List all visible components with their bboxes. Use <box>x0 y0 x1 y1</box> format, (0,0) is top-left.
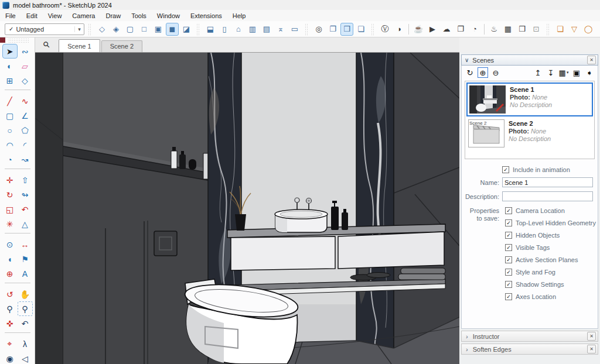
dome-light-icon[interactable]: ▽ <box>568 23 581 36</box>
camera-location-checkbox[interactable]: ✓ <box>505 207 512 214</box>
offset-tool[interactable]: ↶ <box>18 202 33 217</box>
eraser-tool[interactable]: ▱ <box>18 59 33 73</box>
look-at-target-icon[interactable]: ◎ <box>312 23 325 36</box>
axes-location-checkbox[interactable]: ✓ <box>505 293 512 300</box>
add-scene-button[interactable]: ⊕ <box>478 67 488 78</box>
toolbar-grip[interactable] <box>371 23 375 35</box>
remove-scene-button[interactable]: ⊖ <box>490 67 501 78</box>
soften-edges-panel-header[interactable]: › Soften Edges ✕ <box>461 344 598 355</box>
include-in-animation-checkbox[interactable]: ✓ <box>502 166 509 173</box>
cabinet-icon[interactable]: ▤ <box>260 23 273 36</box>
component-view-icon[interactable]: ❐ <box>326 23 339 36</box>
flush-plate[interactable] <box>154 231 177 256</box>
menu-edit[interactable]: Edit <box>21 11 43 20</box>
vray-vision-icon[interactable]: ♨ <box>488 23 500 36</box>
intersect-tool[interactable]: ✳ <box>2 217 18 231</box>
visible-tags-checkbox[interactable]: ✓ <box>505 244 512 251</box>
menu-draw[interactable]: Draw <box>100 11 126 20</box>
toolbar-grip[interactable] <box>305 23 309 35</box>
frame-icon[interactable]: ▭ <box>288 23 301 36</box>
xray-style-icon[interactable]: ◇ <box>96 23 108 36</box>
freehand-tool[interactable]: ∿ <box>18 94 33 108</box>
push-pull-tool[interactable]: ⇧ <box>18 173 33 187</box>
menu-camera[interactable]: Camera <box>67 11 100 20</box>
open-box-icon[interactable]: ⬓ <box>204 23 217 36</box>
wireframe-style-icon[interactable]: ▢ <box>124 23 137 36</box>
bezier-tool[interactable]: ↝ <box>18 152 33 167</box>
tag-filter-dropdown[interactable]: ✓ Untagged ▾ <box>5 23 84 35</box>
toolbar-grip[interactable] <box>546 23 550 35</box>
scenes-panel-header[interactable]: ∨ Scenes ✕ <box>461 54 598 66</box>
left-wall[interactable] <box>35 53 208 364</box>
shaded-style-icon[interactable]: ▣ <box>152 23 165 36</box>
instructor-panel-header[interactable]: › Instructor ✕ <box>461 331 598 342</box>
vfb-window-icon[interactable]: ▦ <box>502 23 514 36</box>
rect-light-icon[interactable]: ❏ <box>554 23 567 36</box>
interactive-render-icon[interactable]: ◔ <box>468 23 481 36</box>
shadow-settings-checkbox[interactable]: ✓ <box>505 281 512 288</box>
lasso-tool[interactable]: ∾ <box>18 44 33 59</box>
rotate-tool[interactable]: ↻ <box>2 187 18 202</box>
top-level-hidden-geometry-checkbox[interactable]: ✓ <box>505 219 512 226</box>
menu-tools[interactable]: Tools <box>126 11 152 20</box>
move-scene-down-button[interactable]: ↧ <box>546 67 556 78</box>
zoom-previous-tool[interactable]: ↶ <box>18 316 33 331</box>
close-icon[interactable]: ✕ <box>587 345 596 353</box>
show-details-button[interactable]: ▣ <box>571 67 582 78</box>
palette-grip[interactable] <box>8 38 30 43</box>
hidden-objects-checkbox[interactable]: ✓ <box>505 232 512 239</box>
asset-editor-icon[interactable]: ◑ <box>393 23 405 36</box>
menu-window[interactable]: Window <box>152 11 185 20</box>
make-component-tool[interactable]: ⊞ <box>2 73 18 88</box>
move-tool[interactable]: ✛ <box>2 173 18 187</box>
view-options-button[interactable]: ▦▾ <box>558 67 569 78</box>
follow-me-tool[interactable]: ↬ <box>18 187 33 202</box>
3d-viewport[interactable] <box>35 53 459 364</box>
polygon-tool[interactable]: ⬠ <box>18 123 33 138</box>
right-wall[interactable] <box>394 53 459 364</box>
hidden-line-style-icon[interactable]: □ <box>138 23 151 36</box>
render-icon[interactable]: ☕ <box>412 23 425 36</box>
toolbar-grip[interactable] <box>88 23 92 35</box>
sphere-light-icon[interactable]: ◯ <box>582 23 595 36</box>
rotated-rectangle-tool[interactable]: ∠ <box>18 108 33 123</box>
scene-name-input[interactable] <box>502 177 593 187</box>
component-solid-icon[interactable]: ❏ <box>354 23 367 36</box>
zoom-tool[interactable]: ⚲ <box>2 301 18 316</box>
batch-render-icon[interactable]: ❒ <box>516 23 529 36</box>
marble-panel-right[interactable] <box>356 53 394 348</box>
3d-text-tool[interactable]: A <box>18 266 33 281</box>
lock-icon[interactable]: ⊡ <box>530 23 543 36</box>
three-point-arc-tool[interactable]: ◜ <box>18 138 33 152</box>
style-and-fog-checkbox[interactable]: ✓ <box>505 269 512 276</box>
roof-icon[interactable]: ⌅ <box>274 23 287 36</box>
vray-logo-icon[interactable]: Ⓥ <box>379 23 391 36</box>
vessel-sink[interactable] <box>275 210 328 232</box>
move-scene-up-button[interactable]: ↥ <box>533 67 543 78</box>
chaos-cloud-icon[interactable]: ☁ <box>440 23 453 36</box>
menu-help[interactable]: Help <box>227 11 251 20</box>
dimension-tool[interactable]: ↔ <box>18 237 33 252</box>
walk-tool[interactable]: λ <box>18 336 33 351</box>
scene-description-input[interactable] <box>502 191 593 201</box>
monochrome-style-icon[interactable]: ◪ <box>180 23 193 36</box>
orbit-tool[interactable]: ↺ <box>2 287 18 301</box>
text-tool[interactable]: ⚑ <box>18 252 33 266</box>
door-panel-icon[interactable]: ▯ <box>218 23 231 36</box>
update-scene-button[interactable]: ↻ <box>465 67 475 78</box>
render-last-icon[interactable]: ▶ <box>426 23 439 36</box>
scene-tab-1[interactable]: Scene 1 <box>59 39 100 52</box>
back-edges-style-icon[interactable]: ◈ <box>110 23 122 36</box>
close-icon[interactable]: ✕ <box>587 56 596 64</box>
close-icon[interactable]: ✕ <box>587 332 596 341</box>
paint-bucket-tool[interactable]: ◐ <box>2 59 18 73</box>
move-to-tray-button[interactable]: ➧ <box>584 67 595 78</box>
search-icon[interactable]: ⚲ <box>41 39 52 50</box>
scene-list-item-2[interactable]: Scene 2 Scene 2 Photo: None No Descripti… <box>466 118 593 149</box>
textured-style-icon[interactable]: ◼ <box>166 23 179 36</box>
wardrobe-icon[interactable]: ▥ <box>246 23 259 36</box>
rectangle-tool[interactable]: ▢ <box>2 108 18 123</box>
axes-tool[interactable]: ⊕ <box>2 266 18 281</box>
protractor-tool[interactable]: ◖ <box>2 252 18 266</box>
look-around-tool[interactable]: ◉ <box>2 351 18 364</box>
